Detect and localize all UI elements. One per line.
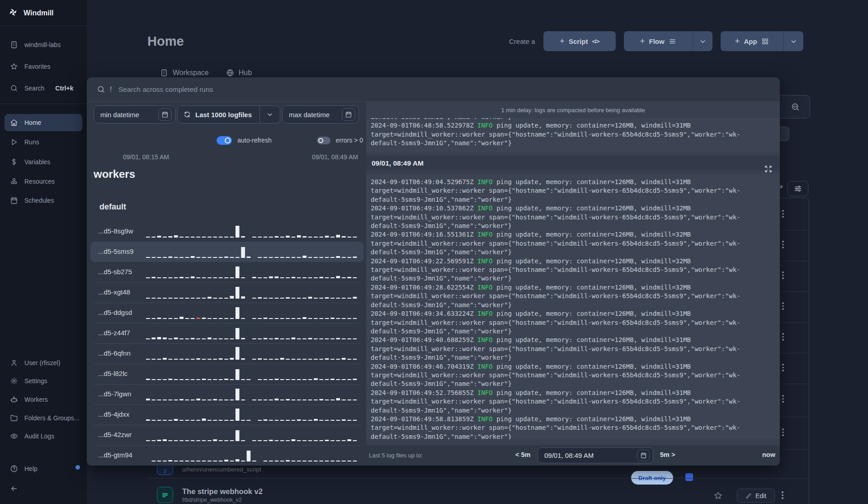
now-button[interactable]: now [762, 451, 775, 458]
completed-runs-search-input[interactable] [118, 83, 771, 96]
log-footer-label: Last 5 log files up to: [369, 452, 423, 459]
sidebar-item-favorites[interactable]: Favorites [0, 60, 87, 73]
forward-5m-button[interactable]: 5m > [660, 451, 675, 458]
worker-activity-sparkline [146, 366, 359, 381]
item-menu-button[interactable] [782, 364, 784, 371]
log-block-current[interactable]: 2024-09-01T06:49:04.529675Z INFO ping up… [366, 174, 780, 439]
create-script-button[interactable]: + Script </> [543, 31, 616, 51]
item-menu-button[interactable] [782, 241, 784, 248]
sidebar-item-help[interactable]: Help [0, 462, 87, 475]
flow-item-icon [157, 487, 173, 503]
globe-icon [226, 69, 234, 77]
worker-row[interactable]: ...d5-xgt48 [87, 282, 366, 303]
log-line: 2024-09-01T06:49:28.622554Z INFO ping up… [371, 283, 780, 292]
item-menu-button[interactable] [782, 395, 784, 403]
back-5m-button[interactable]: < 5m [515, 451, 530, 458]
max-datetime-input[interactable]: max datetime [282, 105, 359, 124]
filter-settings-button[interactable] [788, 181, 808, 196]
worker-row[interactable]: ...d5-z44f7 [87, 323, 366, 343]
worker-row[interactable]: ...d5-4jdxx [87, 404, 366, 425]
sidebar-item-folders-groups[interactable]: Folders & Groups... [0, 411, 87, 425]
worker-row[interactable]: ...d5-7lgwn [87, 384, 366, 404]
log-line: 2024-09-01T06:49:10.537862Z INFO ping up… [371, 204, 780, 213]
sidebar-item-windmill-labs[interactable]: windmill-labs [0, 38, 87, 52]
item-menu-button[interactable] [782, 210, 784, 218]
robot-icon [10, 395, 18, 404]
worker-activity-sparkline [146, 387, 359, 401]
log-line: default-5sms9-Jmn1G","name":"worker"} [371, 301, 780, 309]
favorite-star-icon[interactable] [713, 491, 723, 502]
sidebar-item-search[interactable]: SearchCtrl+k [0, 81, 87, 95]
item-title[interactable]: The stripe webhook v2 [182, 487, 263, 496]
brand-label: Windmill [24, 9, 54, 17]
item-menu-button[interactable] [782, 271, 784, 279]
workers-heading: workers [94, 168, 135, 181]
script-button-label: Script [569, 38, 588, 45]
code-search-icon [791, 102, 800, 112]
edit-button[interactable]: Edit [737, 489, 775, 503]
row-divider [94, 404, 362, 405]
worker-row[interactable]: ...d5-l82lc [87, 364, 366, 384]
item-path: u/henri/unencumbered_script [182, 466, 261, 473]
worker-row[interactable]: ...d5-5sms9 [90, 242, 363, 262]
tab-workspace[interactable]: Workspace [160, 69, 209, 77]
sidebar-item-resources[interactable]: Resources [0, 175, 87, 188]
sidebar-item-audit-logs[interactable]: Audit Logs [0, 429, 87, 443]
worker-row[interactable]: ...d5-8sg9w [87, 221, 366, 242]
sidebar-item-runs[interactable]: Runs [0, 135, 87, 149]
worker-row[interactable]: ...d5-42zwr [87, 425, 366, 445]
errors-label: errors > 0 [336, 137, 363, 144]
app-dropdown-button[interactable] [783, 31, 803, 51]
log-line: target=windmill_worker::worker span={"ho… [371, 319, 780, 327]
log-level: INFO [477, 204, 493, 212]
folder-icon [10, 414, 18, 422]
sidebar-item-settings[interactable]: Settings [0, 374, 87, 388]
calendar-icon[interactable] [158, 108, 172, 121]
log-line: target=windmill_worker::worker span={"ho… [371, 239, 780, 248]
sidebar-item-home[interactable]: Home [5, 114, 82, 131]
item-menu-button[interactable] [782, 428, 784, 436]
logfiles-select[interactable]: Last 1000 logfiles [177, 105, 280, 124]
plus-icon: + [640, 36, 645, 46]
worker-row[interactable]: ...d5-gtm94 [87, 445, 366, 466]
log-line: target=windmill_worker::worker span={"ho… [371, 130, 780, 139]
worker-row[interactable]: ...d5-ddgsd [87, 303, 366, 323]
brand[interactable]: Windmill [0, 5, 54, 21]
log-line: target=windmill_worker::worker span={"ho… [371, 423, 780, 432]
teams-icon[interactable] [685, 473, 693, 481]
sidebar-item-variables[interactable]: Variables [0, 155, 87, 169]
log-line: default-5sms9-Jmn1G","name":"worker"} [371, 222, 780, 230]
worker-activity-sparkline [146, 305, 359, 320]
log-level: INFO [477, 310, 493, 317]
row-divider [94, 323, 362, 323]
item-menu-button[interactable] [782, 302, 784, 310]
max-datetime-label: max datetime [283, 111, 330, 119]
expand-log-button[interactable] [764, 165, 774, 174]
worker-row[interactable]: ...d5-6qfnn [87, 343, 366, 364]
logfiles-dropdown-button[interactable] [259, 106, 280, 123]
create-flow-button[interactable]: + Flow [624, 31, 712, 51]
worker-row[interactable]: ...d5-sb275 [87, 262, 366, 282]
min-datetime-label: min datetime [94, 111, 139, 119]
item-menu-button[interactable] [782, 491, 783, 499]
calendar-icon[interactable] [637, 450, 650, 461]
sidebar: Windmill windmill-labsFavoritesSearchCtr… [0, 0, 87, 504]
auto-refresh-toggle[interactable] [217, 136, 232, 145]
footer-datetime-input[interactable]: 09/01, 08:49 AM [538, 447, 653, 463]
sidebar-item-user-rfiszel[interactable]: User (rfiszel) [0, 356, 87, 370]
tab-hub[interactable]: Hub [226, 69, 252, 77]
help-icon [10, 465, 18, 473]
log-line: default-5sms9-Jmn1G","name":"worker"} [371, 353, 780, 362]
arrow-left-icon [10, 485, 18, 493]
min-datetime-input[interactable]: min datetime [94, 105, 175, 124]
sidebar-item-schedules[interactable]: Schedules [0, 194, 87, 207]
create-app-button[interactable]: + App [721, 31, 803, 51]
item-menu-button[interactable] [782, 333, 784, 341]
log-line: target=windmill_worker::worker span={"ho… [371, 266, 780, 274]
worker-group-heading: default [99, 202, 126, 212]
sidebar-item-workers[interactable]: Workers [0, 393, 87, 406]
flow-dropdown-button[interactable] [693, 31, 712, 51]
calendar-icon[interactable] [342, 108, 355, 121]
errors-toggle[interactable] [317, 137, 330, 144]
collapse-sidebar-button[interactable] [0, 482, 87, 495]
